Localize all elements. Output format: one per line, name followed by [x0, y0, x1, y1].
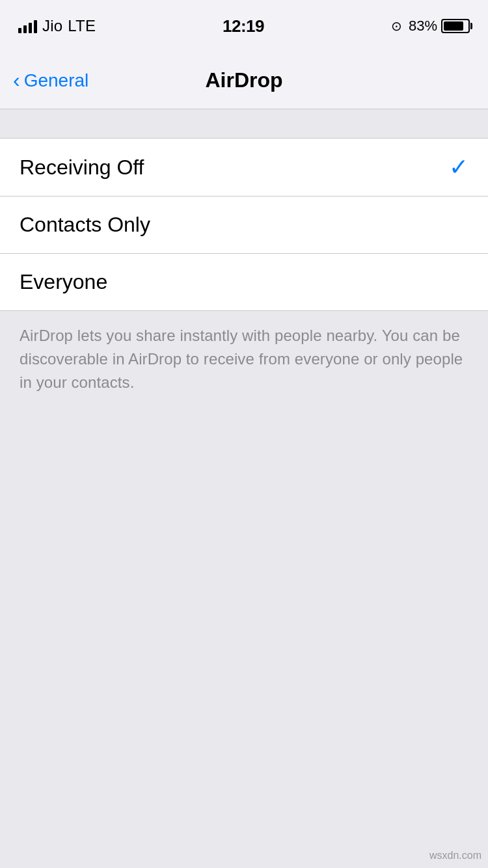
back-button[interactable]: ‹ General: [13, 70, 88, 91]
contacts-only-label: Contacts Only: [20, 213, 150, 237]
airdrop-options-list: Receiving Off ✓ Contacts Only Everyone: [0, 138, 488, 311]
battery-icon: [441, 19, 470, 33]
battery-percent: 83%: [409, 18, 437, 34]
battery-fill: [444, 21, 463, 31]
status-time: 12:19: [223, 16, 264, 36]
network-type: LTE: [68, 17, 96, 35]
signal-bar-1: [18, 28, 21, 33]
lock-rotation-icon: ⊙: [391, 18, 402, 34]
carrier-name: Jio: [42, 17, 62, 35]
description-section: AirDrop lets you share instantly with pe…: [0, 311, 488, 414]
back-chevron-icon: ‹: [13, 70, 20, 90]
section-spacer: [0, 109, 488, 138]
signal-bars: [18, 19, 37, 33]
navigation-bar: ‹ General AirDrop: [0, 52, 488, 109]
receiving-off-label: Receiving Off: [20, 156, 144, 180]
status-bar: Jio LTE 12:19 ⊙ 83%: [0, 0, 488, 52]
status-right: ⊙ 83%: [391, 18, 470, 34]
signal-bar-2: [23, 25, 27, 33]
description-text: AirDrop lets you share instantly with pe…: [20, 324, 468, 394]
signal-bar-3: [29, 23, 32, 33]
receiving-off-row[interactable]: Receiving Off ✓: [0, 139, 488, 196]
watermark: wsxdn.com: [429, 850, 481, 861]
status-left: Jio LTE: [18, 17, 96, 35]
page-title: AirDrop: [205, 68, 282, 92]
everyone-label: Everyone: [20, 270, 107, 294]
everyone-row[interactable]: Everyone: [0, 253, 488, 310]
contacts-only-row[interactable]: Contacts Only: [0, 196, 488, 253]
back-label: General: [24, 70, 89, 91]
receiving-off-checkmark: ✓: [449, 156, 468, 179]
battery-container: 83%: [409, 18, 470, 34]
signal-bar-4: [34, 20, 37, 33]
